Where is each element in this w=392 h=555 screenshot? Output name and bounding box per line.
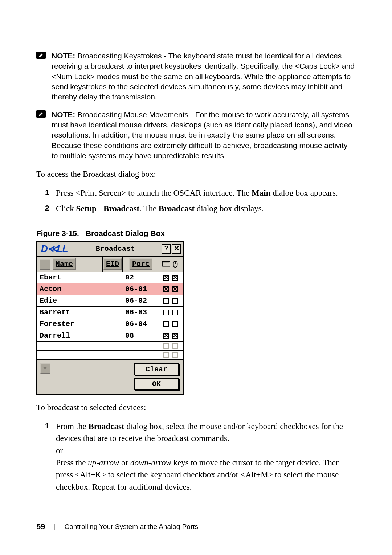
dell-logo: D≪LL [39, 243, 70, 254]
name-cell: Acton [37, 283, 103, 295]
page-number: 59 [36, 522, 45, 531]
table-row[interactable] [37, 351, 183, 360]
broadcast-dialog: D≪LL Broadcast ? ✕ Name EID Port [36, 241, 184, 395]
help-button[interactable]: ? [162, 244, 171, 254]
step-1: 1 Press <Print Screen> to launch the OSC… [45, 187, 356, 199]
name-cell: Ebert [37, 272, 103, 283]
keyboard-checkbox[interactable] [163, 298, 169, 304]
port-cell: 06-04 [123, 318, 159, 330]
intro-text-2: To broadcast to selected devices: [36, 401, 356, 413]
mouse-checkbox [172, 343, 178, 349]
figure-caption: Figure 3-15.Broadcast Dialog Box [36, 229, 356, 238]
name-cell: Edie [37, 295, 103, 306]
pencil-icon [36, 110, 46, 118]
note-label: NOTE: [52, 52, 75, 60]
name-cell: Barrett [37, 307, 103, 318]
table-row[interactable]: Barrett06-03 [37, 307, 183, 318]
mouse-checkbox[interactable] [172, 298, 178, 304]
column-headers: Name EID Port [37, 257, 183, 272]
keyboard-checkbox[interactable] [163, 275, 169, 281]
keyboard-checkbox[interactable] [163, 286, 169, 292]
mouse-checkbox[interactable] [172, 275, 178, 281]
keyboard-checkbox [163, 343, 169, 349]
mouse-checkbox[interactable] [172, 333, 178, 339]
ok-button[interactable]: OK [134, 378, 179, 390]
dialog-titlebar: D≪LL Broadcast ? ✕ [37, 242, 183, 257]
note-1: NOTE: Broadcasting Keystrokes - The keyb… [36, 51, 356, 102]
keyboard-icon [162, 261, 170, 268]
table-row[interactable] [37, 342, 183, 351]
mouse-checkbox[interactable] [172, 286, 178, 292]
step-number: 1 [45, 420, 56, 493]
clear-button[interactable]: Clear [134, 363, 179, 375]
table-row[interactable]: Ebert02 [37, 272, 183, 283]
keyboard-checkbox[interactable] [163, 321, 169, 327]
step-number: 1 [45, 187, 56, 199]
keyboard-checkbox[interactable] [163, 333, 169, 339]
port-header[interactable]: Port [129, 258, 152, 270]
port-cell [123, 351, 159, 359]
port-cell: 06-01 [123, 283, 159, 295]
footer-title: Controlling Your System at the Analog Po… [64, 523, 198, 531]
note-label: NOTE: [52, 110, 75, 119]
sort-toggle-icon[interactable] [40, 259, 50, 270]
note-body: Broadcasting Mouse Movements - For the m… [52, 110, 352, 160]
port-cell: 02 [123, 272, 159, 283]
keyboard-checkbox[interactable] [163, 310, 169, 315]
name-cell: Forester [37, 318, 103, 330]
close-button[interactable]: ✕ [172, 244, 181, 254]
port-cell [123, 342, 159, 350]
port-cell: 06-02 [123, 295, 159, 306]
mouse-checkbox[interactable] [172, 310, 178, 315]
table-row[interactable]: Forester06-04 [37, 318, 183, 330]
broadcast-step-1: 1 From the Broadcast dialog box, select … [45, 420, 356, 493]
table-row[interactable]: Darrell08 [37, 330, 183, 342]
port-cell: 06-03 [123, 307, 159, 318]
note-2: NOTE: Broadcasting Mouse Movements - For… [36, 110, 356, 161]
eid-header[interactable]: EID [103, 258, 122, 270]
keyboard-checkbox [163, 352, 169, 358]
mouse-checkbox[interactable] [172, 321, 178, 327]
table-row[interactable]: Acton06-01 [37, 283, 183, 295]
name-header[interactable]: Name [53, 258, 76, 270]
name-cell: Darrell [37, 330, 103, 341]
name-cell [37, 342, 103, 350]
scroll-down-icon[interactable] [40, 363, 50, 374]
note-body: Broadcasting Keystrokes - The keyboard s… [52, 52, 355, 101]
step-2: 2 Click Setup - Broadcast. The Broadcast… [45, 203, 356, 215]
table-row[interactable]: Edie06-02 [37, 295, 183, 307]
intro-text-1: To access the Broadcast dialog box: [36, 168, 356, 180]
page-footer: 59 | Controlling Your System at the Anal… [36, 522, 356, 531]
footer-separator: | [54, 523, 56, 531]
mouse-checkbox [172, 352, 178, 358]
dialog-footer: Clear OK [37, 360, 183, 394]
dialog-title: Broadcast [70, 245, 161, 253]
step-number: 2 [45, 203, 56, 215]
mouse-icon [171, 261, 179, 268]
pencil-icon [36, 52, 46, 59]
port-cell: 08 [123, 330, 159, 341]
name-cell [37, 351, 103, 359]
